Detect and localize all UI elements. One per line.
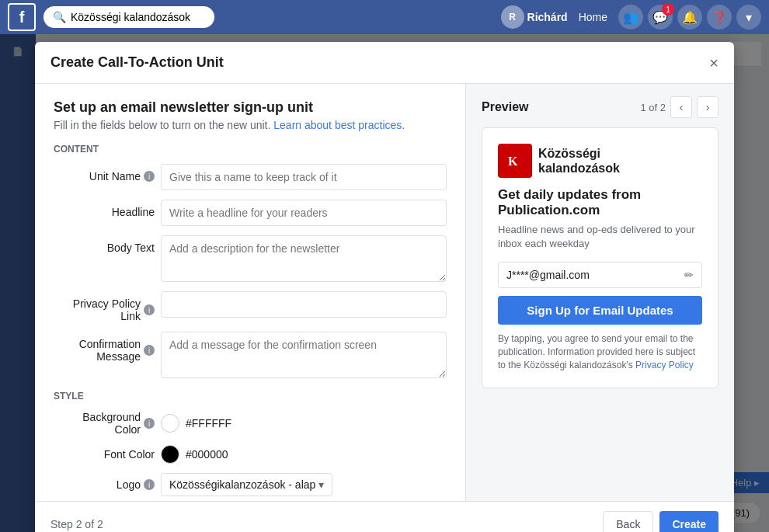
preview-logo-text: Közösségikalandozások — [538, 146, 620, 176]
modal-header: Create Call-To-Action Unit × — [35, 42, 734, 84]
bg-color-label: Background Color i — [54, 411, 155, 436]
unit-name-row: Unit Name i — [54, 164, 447, 190]
content-section-label: Content — [54, 144, 447, 155]
font-color-label: Font Color — [54, 448, 155, 461]
body-text-label: Body Text — [54, 235, 155, 254]
back-button[interactable]: Back — [603, 511, 653, 532]
form-subtitle: Fill in the fields below to turn on the … — [54, 119, 447, 131]
headline-input[interactable] — [161, 200, 447, 226]
modal-title: Create Call-To-Action Unit — [50, 54, 224, 71]
form-panel: Set up an email newsletter sign-up unit … — [35, 84, 466, 501]
bg-color-swatch[interactable] — [161, 414, 179, 433]
preview-email-row: J****@gmail.com ✏ — [498, 262, 702, 288]
bg-color-value: #FFFFFF — [186, 417, 231, 429]
confirmation-label: Confirmation Message i — [54, 332, 155, 363]
privacy-info-icon[interactable]: i — [144, 304, 155, 315]
bg-color-row: Background Color i #FFFFFF — [54, 411, 447, 436]
unit-name-label: Unit Name i — [54, 164, 155, 183]
friends-icon[interactable]: 👥 — [618, 5, 643, 30]
fb-logo-icon: f — [8, 3, 36, 31]
footer-buttons: Back Create — [603, 511, 719, 532]
preview-privacy-link[interactable]: Privacy Policy — [635, 360, 694, 370]
logo-info-icon[interactable]: i — [144, 479, 155, 490]
messages-icon[interactable]: 💬 1 — [648, 5, 673, 30]
preview-signup-button[interactable]: Sign Up for Email Updates — [498, 296, 702, 325]
preview-email-text: J****@gmail.com — [506, 269, 590, 281]
preview-logo: K Közösségikalandozások — [498, 144, 702, 178]
style-section: Style Background Color i #FFFFFF — [54, 391, 447, 496]
topbar: f 🔍 R Richárd Home 👥 💬 1 🔔 ❓ ▾ — [0, 0, 769, 34]
search-bar[interactable]: 🔍 — [43, 6, 214, 28]
avatar: R — [501, 5, 524, 29]
preview-page-indicator: 1 of 2 — [640, 102, 666, 113]
preview-logo-area: K Közösségikalandozások — [498, 144, 702, 178]
font-color-value: #000000 — [186, 448, 228, 461]
nav-right: R Richárd Home 👥 💬 1 🔔 ❓ ▾ — [501, 5, 761, 30]
preview-edit-icon[interactable]: ✏ — [684, 269, 694, 281]
privacy-policy-row: Privacy Policy Link i http:// — [54, 291, 447, 322]
help-icon[interactable]: ❓ — [707, 5, 732, 30]
unit-name-info-icon[interactable]: i — [144, 171, 155, 182]
search-input[interactable] — [71, 11, 205, 23]
font-color-swatch[interactable] — [161, 445, 179, 464]
preview-title: Preview — [482, 100, 528, 114]
svg-text:K: K — [508, 155, 518, 168]
modal: Create Call-To-Action Unit × Set up an e… — [35, 42, 734, 532]
preview-prev-button[interactable]: ‹ — [670, 96, 692, 118]
confirmation-info-icon[interactable]: i — [144, 345, 155, 356]
user-menu[interactable]: R Richárd — [501, 5, 568, 29]
body-text-input[interactable] — [161, 235, 447, 282]
modal-overlay: Create Call-To-Action Unit × Set up an e… — [0, 34, 769, 532]
preview-body: Headline news and op-eds delivered to yo… — [498, 223, 702, 251]
form-title: Set up an email newsletter sign-up unit — [54, 99, 447, 116]
privacy-policy-input[interactable]: http:// — [161, 291, 447, 318]
unit-name-input[interactable] — [161, 164, 447, 190]
step-label: Step 2 of 2 — [50, 518, 103, 530]
preview-nav: 1 of 2 ‹ › — [640, 96, 719, 118]
message-badge: 1 — [662, 3, 674, 16]
preview-header: Preview 1 of 2 ‹ › — [482, 96, 719, 118]
confirmation-input[interactable] — [161, 332, 447, 378]
more-icon[interactable]: ▾ — [736, 5, 761, 30]
preview-headline: Get daily updates from Publication.com — [498, 187, 702, 218]
font-color-row: Font Color #000000 — [54, 445, 447, 464]
learn-link[interactable]: Learn about best practices. — [273, 119, 405, 131]
search-icon: 🔍 — [53, 11, 66, 23]
notifications-icon[interactable]: 🔔 — [677, 5, 702, 30]
headline-row: Headline — [54, 200, 447, 226]
logo-select[interactable]: Közösségikalanzozások - alap ▾ — [161, 473, 332, 496]
home-link[interactable]: Home — [572, 8, 614, 26]
preview-disclaimer: By tapping, you agree to send your email… — [498, 332, 702, 371]
preview-card: K Közösségikalandozások Get daily update… — [482, 127, 719, 388]
modal-body: Set up an email newsletter sign-up unit … — [35, 84, 734, 501]
headline-label: Headline — [54, 200, 155, 218]
preview-logo-icon: K — [498, 144, 532, 178]
bg-color-info-icon[interactable]: i — [144, 418, 155, 429]
modal-footer: Step 2 of 2 Back Create — [35, 501, 734, 532]
logo-select-value: Közösségikalanzozások - alap — [169, 478, 315, 491]
privacy-policy-label: Privacy Policy Link i — [54, 291, 155, 322]
preview-panel: Preview 1 of 2 ‹ › — [466, 84, 734, 501]
create-button[interactable]: Create — [659, 511, 719, 532]
modal-close-button[interactable]: × — [709, 55, 719, 71]
user-name: Richárd — [527, 11, 568, 23]
body-text-row: Body Text — [54, 235, 447, 282]
confirmation-row: Confirmation Message i — [54, 332, 447, 378]
logo-chevron-icon: ▾ — [318, 478, 324, 491]
logo-row: Logo i Közösségikalanzozások - alap ▾ — [54, 473, 447, 496]
style-section-label: Style — [54, 391, 447, 402]
preview-next-button[interactable]: › — [697, 96, 719, 118]
logo-row-label: Logo i — [54, 478, 155, 491]
